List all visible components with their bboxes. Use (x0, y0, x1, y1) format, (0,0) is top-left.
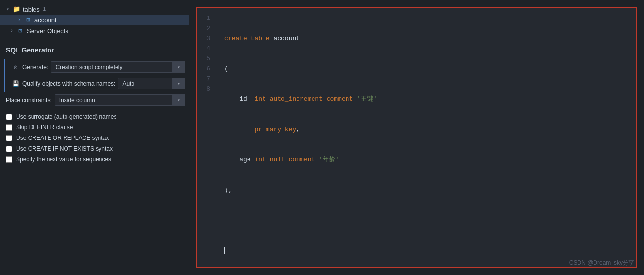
tree-section: ▾ 📁 tables 1 › ⊞ account › ⊡ Server Obje… (0, 0, 189, 40)
skip-definer-checkbox[interactable] (6, 124, 12, 131)
surrogate-names-checkbox[interactable] (6, 114, 12, 120)
generate-option-row: ⚙ Generate: Creation script completely ▾ (4, 59, 189, 75)
code-line-2: ( (224, 64, 636, 74)
tree-item-server-objects[interactable]: › ⊡ Server Objects (0, 25, 189, 36)
next-value-checkbox[interactable] (6, 156, 12, 163)
code-line-3: id int auto_increment comment '主键' (224, 94, 636, 104)
server-icon: ⊡ (17, 27, 24, 34)
code-line-4: primary key, (224, 125, 636, 135)
constraints-select[interactable]: Inside column (55, 94, 185, 106)
checkbox-list: Use surrogate (auto-generated) names Ski… (0, 111, 189, 165)
tables-badge: 1 (43, 6, 46, 12)
checkbox-row-1: Use surrogate (auto-generated) names (0, 111, 189, 122)
text-cursor (224, 247, 225, 254)
code-panel: 1 2 3 4 5 6 7 8 create table account ( i… (189, 0, 644, 275)
checkbox-row-5: Specify the next value for sequences (0, 154, 189, 165)
checkbox-row-4: Use CREATE IF NOT EXISTS syntax (0, 143, 189, 154)
checkbox-row-3: Use CREATE OR REPLACE syntax (0, 133, 189, 143)
create-or-replace-checkbox[interactable] (6, 135, 12, 141)
next-value-label[interactable]: Specify the next value for sequences (16, 156, 111, 163)
qualify-label: Qualify objects with schema names: (22, 80, 115, 87)
generate-label: Generate: (22, 64, 48, 70)
generator-options: ⚙ Generate: Creation script completely ▾… (0, 59, 189, 108)
create-if-not-exists-label[interactable]: Use CREATE IF NOT EXISTS syntax (16, 145, 113, 152)
line-numbers: 1 2 3 4 5 6 7 8 (197, 14, 216, 268)
code-editor-area[interactable]: 1 2 3 4 5 6 7 8 create table account ( i… (196, 7, 637, 268)
constraints-label: Place constraints: (6, 97, 52, 103)
code-line-8 (224, 246, 636, 256)
chevron-right-icon-2: › (8, 27, 16, 34)
chevron-down-icon: ▾ (4, 5, 12, 13)
tree-item-account[interactable]: › ⊞ account (0, 15, 189, 25)
chevron-right-icon: › (16, 16, 23, 24)
generate-select-wrapper: Creation script completely ▾ (51, 61, 185, 73)
sql-generator-panel: SQL Generator ⚙ Generate: Creation scrip… (0, 40, 189, 275)
sidebar: ▾ 📁 tables 1 › ⊞ account › ⊡ Server Obje… (0, 0, 189, 275)
floppy-icon: 💾 (9, 80, 22, 87)
create-or-replace-label[interactable]: Use CREATE OR REPLACE syntax (16, 135, 109, 141)
surrogate-names-label[interactable]: Use surrogate (auto-generated) names (16, 113, 116, 120)
code-line-7 (224, 216, 636, 226)
server-objects-label: Server Objects (27, 27, 68, 34)
tables-label: tables (23, 6, 40, 13)
code-line-6: ); (224, 186, 636, 196)
checkbox-row-2: Skip DEFINER clause (0, 122, 189, 133)
table-icon: ⊞ (24, 16, 32, 24)
skip-definer-label[interactable]: Skip DEFINER clause (16, 124, 73, 131)
constraints-select-wrapper: Inside column ▾ (55, 94, 185, 106)
qualify-select-wrapper: Auto ▾ (118, 78, 185, 89)
tree-item-tables[interactable]: ▾ 📁 tables 1 (0, 4, 189, 15)
create-if-not-exists-checkbox[interactable] (6, 146, 12, 152)
constraints-option-row: Place constraints: Inside column ▾ (0, 92, 189, 108)
folder-icon: 📁 (13, 5, 20, 13)
code-line-5: age int null comment '年龄' (224, 155, 636, 165)
qualify-option-row: 💾 Qualify objects with schema names: Aut… (4, 75, 189, 92)
qualify-select[interactable]: Auto (118, 78, 185, 89)
code-content: 1 2 3 4 5 6 7 8 create table account ( i… (197, 8, 636, 268)
gear-icon: ⚙ (9, 63, 22, 71)
code-lines: create table account ( id int auto_incre… (224, 14, 636, 268)
sql-generator-title: SQL Generator (0, 46, 189, 59)
code-line-1: create table account (224, 34, 636, 44)
account-label: account (34, 17, 57, 24)
watermark: CSDN @Dream_sky分享 (563, 255, 640, 271)
main-container: ▾ 📁 tables 1 › ⊞ account › ⊡ Server Obje… (0, 0, 644, 275)
generate-select[interactable]: Creation script completely (51, 61, 185, 73)
